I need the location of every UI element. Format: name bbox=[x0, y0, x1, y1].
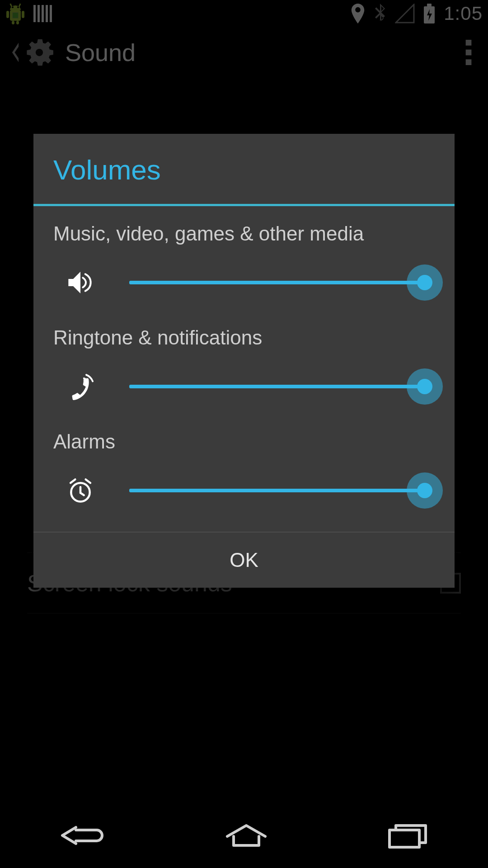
slider-thumb[interactable] bbox=[417, 275, 432, 290]
svg-point-17 bbox=[36, 49, 43, 56]
svg-rect-8 bbox=[18, 4, 21, 8]
svg-rect-12 bbox=[42, 5, 44, 22]
svg-rect-2 bbox=[22, 11, 24, 18]
svg-rect-20 bbox=[466, 59, 472, 65]
svg-rect-10 bbox=[33, 5, 36, 22]
nav-home-icon[interactable] bbox=[224, 823, 269, 848]
svg-rect-3 bbox=[12, 21, 14, 24]
speaker-icon bbox=[62, 270, 99, 295]
svg-rect-1 bbox=[6, 11, 9, 18]
volume-section-alarm: Alarms bbox=[53, 430, 435, 506]
svg-rect-9 bbox=[13, 13, 18, 18]
nav-back-icon[interactable] bbox=[58, 822, 108, 849]
slider-thumb[interactable] bbox=[417, 483, 432, 498]
dialog-body: Music, video, games & other media bbox=[33, 206, 455, 532]
page-title: Sound bbox=[65, 38, 136, 66]
slider-thumb[interactable] bbox=[417, 379, 432, 394]
slider-track bbox=[129, 385, 425, 388]
svg-rect-7 bbox=[9, 4, 12, 8]
battery-charging-icon bbox=[423, 4, 436, 24]
alarm-volume-label: Alarms bbox=[53, 430, 435, 453]
slider-track bbox=[129, 281, 425, 284]
back-caret-icon[interactable] bbox=[11, 42, 20, 62]
ringtone-volume-slider[interactable] bbox=[129, 371, 435, 402]
alarm-clock-icon bbox=[62, 477, 99, 504]
media-volume-label: Music, video, games & other media bbox=[53, 222, 435, 245]
android-debug-icon bbox=[5, 3, 25, 24]
slider-track bbox=[129, 489, 425, 492]
status-left-icons bbox=[5, 3, 52, 24]
dialog-title: Volumes bbox=[53, 154, 435, 186]
barcode-icon bbox=[33, 4, 52, 23]
action-bar: Sound bbox=[0, 27, 488, 78]
svg-rect-18 bbox=[466, 40, 472, 46]
status-clock: 1:05 bbox=[444, 3, 483, 24]
svg-rect-19 bbox=[466, 50, 472, 56]
overflow-menu-icon[interactable] bbox=[465, 40, 472, 65]
volume-section-ringtone: Ringtone & notifications bbox=[53, 326, 435, 402]
status-bar: 1:05 bbox=[0, 0, 488, 27]
volume-section-media: Music, video, games & other media bbox=[53, 222, 435, 298]
setting-row-placeholder bbox=[27, 613, 461, 674]
svg-rect-4 bbox=[16, 21, 19, 24]
dialog-header: Volumes bbox=[33, 134, 455, 206]
location-icon bbox=[351, 4, 365, 24]
nav-recents-icon[interactable] bbox=[385, 822, 430, 849]
svg-rect-14 bbox=[50, 5, 52, 22]
bluetooth-icon bbox=[373, 4, 387, 24]
media-volume-slider[interactable] bbox=[129, 267, 435, 298]
settings-gear-icon[interactable] bbox=[22, 35, 57, 70]
alarm-volume-slider[interactable] bbox=[129, 475, 435, 506]
system-navigation-bar bbox=[0, 803, 488, 868]
signal-icon bbox=[395, 4, 415, 24]
svg-rect-11 bbox=[38, 5, 40, 22]
ok-button[interactable]: OK bbox=[230, 549, 258, 571]
volumes-dialog: Volumes Music, video, games & other medi… bbox=[33, 134, 455, 588]
ringtone-volume-label: Ringtone & notifications bbox=[53, 326, 435, 349]
svg-rect-22 bbox=[389, 830, 419, 847]
dialog-footer: OK bbox=[33, 532, 455, 588]
status-right-icons: 1:05 bbox=[351, 3, 483, 24]
phone-ring-icon bbox=[62, 373, 99, 401]
svg-rect-13 bbox=[46, 5, 48, 22]
svg-rect-16 bbox=[427, 4, 432, 6]
